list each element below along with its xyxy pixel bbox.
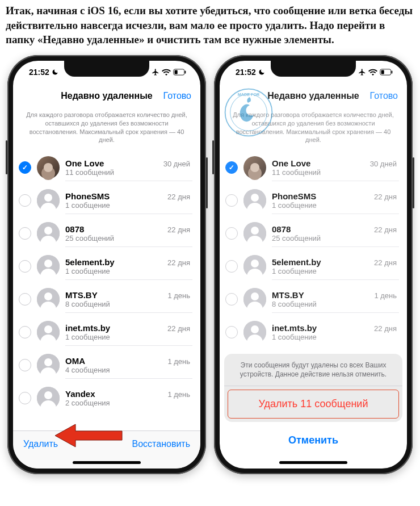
svg-point-33	[251, 325, 259, 333]
airplane-icon	[358, 68, 366, 76]
select-radio[interactable]	[225, 260, 238, 273]
conversation-name: 5element.by	[272, 257, 321, 267]
wifi-icon	[162, 69, 171, 76]
avatar-placeholder-icon	[243, 189, 266, 212]
row-content: 5element.by22 дня1 сообщение	[272, 253, 399, 280]
conversation-row[interactable]: inet.mts.by22 дня1 сообщение	[13, 316, 200, 349]
select-radio[interactable]	[19, 260, 31, 273]
svg-marker-17	[55, 424, 122, 447]
avatar-placeholder-icon	[37, 255, 60, 278]
svg-point-14	[44, 358, 52, 366]
row-content: inet.mts.by22 дня1 сообщение	[65, 319, 192, 346]
row-content: Yandex1 день2 сообщения	[65, 385, 192, 411]
conversation-row[interactable]: OMA1 день4 сообщения	[13, 349, 200, 382]
select-radio[interactable]	[19, 326, 31, 338]
days-remaining: 22 дня	[374, 225, 397, 234]
conversation-name: Yandex	[65, 389, 95, 399]
avatar-photo	[37, 156, 60, 179]
status-time: 21:52	[29, 68, 49, 77]
select-radio[interactable]	[19, 392, 31, 404]
conversation-row[interactable]: One Love30 дней11 сообщений	[13, 151, 200, 184]
select-radio[interactable]	[225, 227, 238, 240]
conversation-row[interactable]: PhoneSMS22 дня1 сообщение	[220, 184, 407, 217]
conversation-row[interactable]: Yandex1 день2 сообщения	[13, 382, 200, 415]
select-radio[interactable]	[225, 326, 238, 338]
sheet-delete-button[interactable]: Удалить 11 сообщений	[228, 390, 399, 419]
conversation-name: 0878	[65, 224, 84, 234]
days-remaining: 22 дня	[167, 225, 190, 234]
phone-mockup-left: 21:52 Недавно удаленные Готово Для каждо…	[7, 55, 206, 474]
conversation-row[interactable]: 5element.by22 дня1 сообщение	[13, 250, 200, 283]
svg-point-8	[44, 260, 52, 267]
svg-point-10	[44, 292, 52, 300]
conversation-name: One Love	[65, 158, 104, 168]
message-count: 1 сообщение	[65, 267, 190, 275]
home-indicator[interactable]	[220, 458, 407, 469]
avatar-placeholder-icon	[37, 222, 60, 245]
battery-icon	[380, 69, 393, 76]
conversation-name: inet.mts.by	[65, 323, 110, 333]
conversation-name: 5element.by	[65, 257, 115, 267]
message-count: 8 сообщений	[272, 300, 397, 308]
svg-point-6	[44, 227, 52, 235]
conversation-row[interactable]: MTS.BY1 день8 сообщений	[220, 283, 407, 316]
select-radio[interactable]	[19, 359, 31, 371]
select-radio[interactable]	[225, 293, 238, 306]
select-radio[interactable]	[19, 227, 31, 240]
home-indicator[interactable]	[13, 457, 200, 469]
svg-point-12	[44, 325, 52, 333]
done-button[interactable]: Готово	[364, 91, 398, 101]
article-paragraph: Итак, начиная с iOS 16, если вы хотите у…	[0, 0, 420, 55]
restore-button[interactable]: Восстановить	[132, 439, 190, 449]
message-count: 11 сообщений	[272, 168, 397, 177]
message-count: 1 сообщение	[272, 201, 397, 210]
phone-mockup-right: MADE FOR 21:52 Недавно удаленные Готово …	[214, 55, 413, 474]
conversation-row[interactable]: MTS.BY1 день8 сообщений	[13, 283, 200, 316]
conversation-name: MTS.BY	[65, 290, 98, 300]
conversation-row[interactable]: One Love30 дней11 сообщений	[220, 151, 407, 184]
conversation-name: OMA	[65, 356, 85, 366]
message-count: 1 сообщение	[65, 201, 190, 210]
avatar-placeholder-icon	[37, 189, 60, 212]
svg-point-25	[251, 194, 259, 202]
avatar-placeholder-icon	[243, 255, 266, 278]
done-button[interactable]: Готово	[157, 91, 191, 101]
days-remaining: 1 день	[167, 291, 190, 300]
select-radio[interactable]	[225, 194, 238, 207]
days-remaining: 22 дня	[374, 258, 397, 267]
row-content: MTS.BY1 день8 сообщений	[65, 286, 192, 313]
svg-rect-22	[381, 70, 384, 74]
page-title: Недавно удаленные	[56, 91, 157, 101]
days-remaining: 1 день	[374, 291, 397, 300]
row-content: One Love30 дней11 сообщений	[272, 154, 399, 181]
message-count: 25 сообщений	[272, 234, 397, 242]
message-count: 25 сообщений	[65, 234, 190, 242]
delete-button[interactable]: Удалить	[23, 439, 58, 449]
conversation-row[interactable]: 087822 дня25 сообщений	[13, 217, 200, 250]
days-remaining: 22 дня	[167, 258, 190, 267]
message-count: 4 сообщения	[65, 366, 190, 374]
svg-point-31	[251, 292, 259, 300]
svg-text:MADE FOR: MADE FOR	[238, 92, 260, 97]
conversation-name: PhoneSMS	[272, 191, 316, 201]
select-radio[interactable]	[19, 194, 31, 207]
nav-header: Недавно удаленные Готово	[13, 83, 200, 108]
sheet-cancel-button[interactable]: Отменить	[224, 426, 402, 454]
wifi-icon	[368, 69, 377, 76]
select-radio[interactable]	[19, 293, 31, 306]
message-count: 2 сообщения	[65, 399, 190, 407]
message-count: 1 сообщение	[272, 267, 397, 275]
days-remaining: 22 дня	[167, 324, 190, 333]
conversation-name: PhoneSMS	[65, 191, 110, 201]
page-title: Недавно удаленные	[263, 91, 364, 101]
conversation-row[interactable]: PhoneSMS22 дня1 сообщение	[13, 184, 200, 217]
conversation-row[interactable]: 5element.by22 дня1 сообщение	[220, 250, 407, 283]
avatar-photo	[243, 156, 266, 179]
conversation-row[interactable]: inet.mts.by22 дня1 сообщение	[220, 316, 407, 349]
conversation-list[interactable]: One Love30 дней11 сообщенийPhoneSMS22 дн…	[13, 151, 200, 430]
select-radio[interactable]	[225, 161, 238, 174]
row-content: inet.mts.by22 дня1 сообщение	[272, 319, 399, 345]
conversation-row[interactable]: 087822 дня25 сообщений	[220, 217, 407, 250]
select-radio[interactable]	[19, 161, 31, 174]
conversation-name: 0878	[272, 224, 291, 234]
